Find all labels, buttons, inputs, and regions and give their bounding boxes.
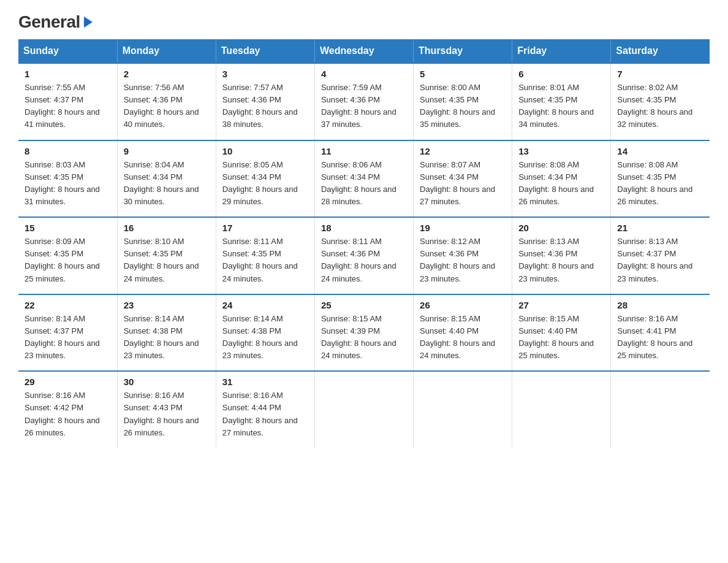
calendar-cell: 10 Sunrise: 8:05 AMSunset: 4:34 PMDaylig… (216, 140, 314, 218)
day-info: Sunrise: 8:08 AMSunset: 4:34 PMDaylight:… (518, 159, 604, 209)
day-info: Sunrise: 8:12 AMSunset: 4:36 PMDaylight:… (420, 236, 506, 285)
day-number: 31 (222, 377, 308, 387)
calendar-week-5: 29 Sunrise: 8:16 AMSunset: 4:42 PMDaylig… (18, 371, 710, 448)
logo-arrow-icon (82, 15, 95, 29)
day-number: 3 (222, 69, 308, 79)
calendar-cell: 8 Sunrise: 8:03 AMSunset: 4:35 PMDayligh… (18, 140, 117, 218)
calendar-cell: 19 Sunrise: 8:12 AMSunset: 4:36 PMDaylig… (414, 217, 512, 294)
day-info: Sunrise: 8:14 AMSunset: 4:38 PMDaylight:… (124, 313, 210, 362)
day-info: Sunrise: 8:01 AMSunset: 4:35 PMDaylight:… (518, 82, 604, 131)
day-info: Sunrise: 8:02 AMSunset: 4:35 PMDaylight:… (617, 82, 703, 131)
day-info: Sunrise: 8:11 AMSunset: 4:35 PMDaylight:… (222, 236, 308, 285)
day-info: Sunrise: 8:06 AMSunset: 4:34 PMDaylight:… (321, 159, 407, 209)
calendar-body: 1 Sunrise: 7:55 AMSunset: 4:37 PMDayligh… (18, 63, 710, 448)
day-number: 24 (222, 300, 308, 310)
calendar-cell: 2 Sunrise: 7:56 AMSunset: 4:36 PMDayligh… (117, 63, 216, 140)
calendar-header: SundayMondayTuesdayWednesdayThursdayFrid… (18, 39, 710, 63)
calendar-cell: 14 Sunrise: 8:08 AMSunset: 4:35 PMDaylig… (611, 140, 710, 218)
logo-top: General (18, 12, 95, 32)
calendar-cell: 3 Sunrise: 7:57 AMSunset: 4:36 PMDayligh… (216, 63, 314, 140)
day-info: Sunrise: 8:14 AMSunset: 4:38 PMDaylight:… (222, 313, 308, 362)
calendar-cell: 25 Sunrise: 8:15 AMSunset: 4:39 PMDaylig… (314, 294, 413, 372)
day-number: 26 (420, 300, 506, 310)
day-info: Sunrise: 8:16 AMSunset: 4:43 PMDaylight:… (124, 389, 210, 439)
calendar-cell: 27 Sunrise: 8:15 AMSunset: 4:40 PMDaylig… (512, 294, 611, 372)
day-number: 9 (124, 146, 210, 156)
calendar-cell: 13 Sunrise: 8:08 AMSunset: 4:34 PMDaylig… (512, 140, 611, 218)
day-info: Sunrise: 7:55 AMSunset: 4:37 PMDaylight:… (25, 82, 111, 131)
day-number: 13 (518, 146, 604, 156)
calendar-cell: 24 Sunrise: 8:14 AMSunset: 4:38 PMDaylig… (216, 294, 314, 372)
day-number: 27 (518, 300, 604, 310)
day-info: Sunrise: 8:16 AMSunset: 4:41 PMDaylight:… (617, 313, 703, 362)
calendar-cell: 5 Sunrise: 8:00 AMSunset: 4:35 PMDayligh… (414, 63, 512, 140)
page-header: General (18, 12, 710, 32)
day-info: Sunrise: 8:16 AMSunset: 4:44 PMDaylight:… (222, 389, 308, 439)
calendar-week-4: 22 Sunrise: 8:14 AMSunset: 4:37 PMDaylig… (18, 294, 710, 372)
calendar-cell (414, 371, 512, 448)
calendar-week-2: 8 Sunrise: 8:03 AMSunset: 4:35 PMDayligh… (18, 140, 710, 218)
weekday-header-saturday: Saturday (611, 39, 710, 63)
calendar-cell: 31 Sunrise: 8:16 AMSunset: 4:44 PMDaylig… (216, 371, 314, 448)
weekday-header-friday: Friday (512, 39, 611, 63)
day-number: 1 (25, 69, 111, 79)
day-info: Sunrise: 8:04 AMSunset: 4:34 PMDaylight:… (124, 159, 210, 209)
day-info: Sunrise: 8:14 AMSunset: 4:37 PMDaylight:… (25, 313, 111, 362)
calendar-cell: 21 Sunrise: 8:13 AMSunset: 4:37 PMDaylig… (611, 217, 710, 294)
calendar-week-1: 1 Sunrise: 7:55 AMSunset: 4:37 PMDayligh… (18, 63, 710, 140)
calendar-cell: 7 Sunrise: 8:02 AMSunset: 4:35 PMDayligh… (611, 63, 710, 140)
day-number: 22 (25, 300, 111, 310)
weekday-header-monday: Monday (117, 39, 216, 63)
day-number: 18 (321, 223, 407, 233)
day-info: Sunrise: 8:13 AMSunset: 4:36 PMDaylight:… (518, 236, 604, 285)
logo-general-text: General (18, 12, 80, 32)
calendar-cell: 15 Sunrise: 8:09 AMSunset: 4:35 PMDaylig… (18, 217, 117, 294)
calendar-cell: 12 Sunrise: 8:07 AMSunset: 4:34 PMDaylig… (414, 140, 512, 218)
day-info: Sunrise: 8:09 AMSunset: 4:35 PMDaylight:… (25, 236, 111, 285)
calendar-cell (611, 371, 710, 448)
svg-marker-0 (84, 17, 93, 28)
calendar-cell: 1 Sunrise: 7:55 AMSunset: 4:37 PMDayligh… (18, 63, 117, 140)
day-number: 25 (321, 300, 407, 310)
day-info: Sunrise: 8:07 AMSunset: 4:34 PMDaylight:… (420, 159, 506, 209)
calendar-cell: 26 Sunrise: 8:15 AMSunset: 4:40 PMDaylig… (414, 294, 512, 372)
day-info: Sunrise: 8:08 AMSunset: 4:35 PMDaylight:… (617, 159, 703, 209)
day-info: Sunrise: 8:13 AMSunset: 4:37 PMDaylight:… (617, 236, 703, 285)
day-info: Sunrise: 8:00 AMSunset: 4:35 PMDaylight:… (420, 82, 506, 131)
day-number: 8 (25, 146, 111, 156)
calendar-cell (512, 371, 611, 448)
calendar-cell: 23 Sunrise: 8:14 AMSunset: 4:38 PMDaylig… (117, 294, 216, 372)
day-number: 23 (124, 300, 210, 310)
day-info: Sunrise: 7:56 AMSunset: 4:36 PMDaylight:… (124, 82, 210, 131)
day-info: Sunrise: 7:59 AMSunset: 4:36 PMDaylight:… (321, 82, 407, 131)
day-number: 6 (518, 69, 604, 79)
day-info: Sunrise: 7:57 AMSunset: 4:36 PMDaylight:… (222, 82, 308, 131)
day-number: 4 (321, 69, 407, 79)
calendar-cell: 18 Sunrise: 8:11 AMSunset: 4:36 PMDaylig… (314, 217, 413, 294)
day-info: Sunrise: 8:15 AMSunset: 4:39 PMDaylight:… (321, 313, 407, 362)
calendar-cell: 4 Sunrise: 7:59 AMSunset: 4:36 PMDayligh… (314, 63, 413, 140)
day-info: Sunrise: 8:16 AMSunset: 4:42 PMDaylight:… (25, 389, 111, 439)
day-number: 17 (222, 223, 308, 233)
day-number: 12 (420, 146, 506, 156)
weekday-header-wednesday: Wednesday (314, 39, 413, 63)
calendar-cell: 30 Sunrise: 8:16 AMSunset: 4:43 PMDaylig… (117, 371, 216, 448)
calendar-cell: 6 Sunrise: 8:01 AMSunset: 4:35 PMDayligh… (512, 63, 611, 140)
day-number: 30 (124, 377, 210, 387)
day-info: Sunrise: 8:03 AMSunset: 4:35 PMDaylight:… (25, 159, 111, 209)
day-info: Sunrise: 8:10 AMSunset: 4:35 PMDaylight:… (124, 236, 210, 285)
calendar-cell: 28 Sunrise: 8:16 AMSunset: 4:41 PMDaylig… (611, 294, 710, 372)
weekday-header-sunday: Sunday (18, 39, 117, 63)
calendar-cell: 17 Sunrise: 8:11 AMSunset: 4:35 PMDaylig… (216, 217, 314, 294)
day-info: Sunrise: 8:05 AMSunset: 4:34 PMDaylight:… (222, 159, 308, 209)
logo: General (18, 12, 95, 32)
calendar-table: SundayMondayTuesdayWednesdayThursdayFrid… (18, 39, 710, 448)
calendar-cell: 22 Sunrise: 8:14 AMSunset: 4:37 PMDaylig… (18, 294, 117, 372)
day-number: 16 (124, 223, 210, 233)
calendar-cell: 16 Sunrise: 8:10 AMSunset: 4:35 PMDaylig… (117, 217, 216, 294)
day-number: 2 (124, 69, 210, 79)
weekday-header-row: SundayMondayTuesdayWednesdayThursdayFrid… (18, 39, 710, 63)
calendar-cell: 29 Sunrise: 8:16 AMSunset: 4:42 PMDaylig… (18, 371, 117, 448)
day-info: Sunrise: 8:15 AMSunset: 4:40 PMDaylight:… (420, 313, 506, 362)
weekday-header-tuesday: Tuesday (216, 39, 314, 63)
